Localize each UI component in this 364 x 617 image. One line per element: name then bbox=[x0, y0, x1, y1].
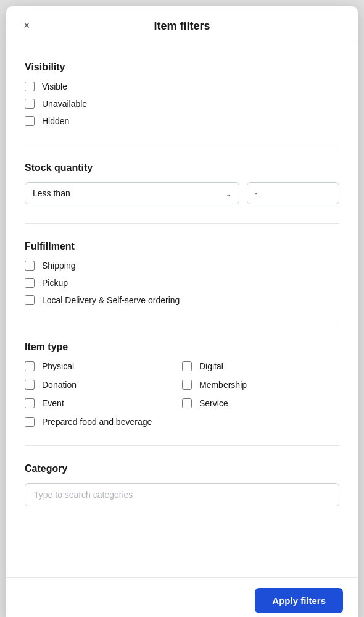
fulfillment-shipping[interactable]: Shipping bbox=[25, 261, 339, 271]
prepared-food-label: Prepared food and beverage bbox=[42, 417, 152, 427]
pickup-label: Pickup bbox=[42, 278, 68, 288]
fulfillment-section: Fulfillment Shipping Pickup Local Delive… bbox=[25, 241, 339, 305]
prepared-food-checkbox[interactable] bbox=[25, 417, 35, 427]
modal-title: Item filters bbox=[154, 20, 210, 33]
stock-row: Less than Greater than Equal to ⌄ bbox=[25, 182, 339, 204]
itemtype-prepared-food[interactable]: Prepared food and beverage bbox=[25, 417, 339, 427]
event-label: Event bbox=[42, 398, 64, 408]
visible-label: Visible bbox=[42, 82, 67, 91]
physical-checkbox[interactable] bbox=[25, 361, 35, 371]
fulfillment-local-delivery[interactable]: Local Delivery & Self-serve ordering bbox=[25, 295, 339, 305]
item-type-col2: Digital Membership Service bbox=[182, 361, 339, 417]
itemtype-event[interactable]: Event bbox=[25, 398, 182, 408]
digital-label: Digital bbox=[199, 361, 223, 371]
donation-label: Donation bbox=[42, 380, 77, 390]
fulfillment-title: Fulfillment bbox=[25, 241, 339, 252]
itemtype-physical[interactable]: Physical bbox=[25, 361, 182, 371]
physical-label: Physical bbox=[42, 361, 74, 371]
unavailable-checkbox[interactable] bbox=[25, 99, 35, 109]
visible-checkbox[interactable] bbox=[25, 82, 35, 91]
visibility-unavailable[interactable]: Unavailable bbox=[25, 99, 339, 109]
item-type-section: Item type Physical Donation Event bbox=[25, 342, 339, 427]
stock-quantity-section: Stock quantity Less than Greater than Eq… bbox=[25, 162, 339, 204]
unavailable-label: Unavailable bbox=[42, 99, 87, 109]
service-label: Service bbox=[199, 398, 228, 408]
visibility-section: Visibility Visible Unavailable Hidden bbox=[25, 62, 339, 126]
item-type-col1: Physical Donation Event bbox=[25, 361, 182, 417]
divider-1 bbox=[25, 145, 339, 145]
divider-4 bbox=[25, 445, 339, 446]
event-checkbox[interactable] bbox=[25, 398, 35, 408]
local-delivery-checkbox[interactable] bbox=[25, 295, 35, 305]
itemtype-donation[interactable]: Donation bbox=[25, 380, 182, 390]
divider-3 bbox=[25, 324, 339, 324]
visibility-title: Visibility bbox=[25, 62, 339, 73]
close-button[interactable]: × bbox=[20, 17, 34, 33]
modal-footer: Apply filters bbox=[6, 577, 358, 617]
donation-checkbox[interactable] bbox=[25, 380, 35, 390]
hidden-label: Hidden bbox=[42, 116, 69, 126]
stock-quantity-select[interactable]: Less than Greater than Equal to bbox=[25, 182, 239, 204]
category-section: Category bbox=[25, 463, 339, 506]
pickup-checkbox[interactable] bbox=[25, 278, 35, 288]
shipping-label: Shipping bbox=[42, 261, 76, 271]
category-title: Category bbox=[25, 463, 339, 474]
itemtype-service[interactable]: Service bbox=[182, 398, 339, 408]
stock-quantity-title: Stock quantity bbox=[25, 162, 339, 174]
membership-checkbox[interactable] bbox=[182, 380, 192, 390]
divider-2 bbox=[25, 223, 339, 224]
modal-header: × Item filters bbox=[6, 6, 358, 44]
modal-body: Visibility Visible Unavailable Hidden St… bbox=[6, 44, 358, 577]
hidden-checkbox[interactable] bbox=[25, 116, 35, 126]
shipping-checkbox[interactable] bbox=[25, 261, 35, 271]
visibility-visible[interactable]: Visible bbox=[25, 82, 339, 91]
itemtype-membership[interactable]: Membership bbox=[182, 380, 339, 390]
local-delivery-label: Local Delivery & Self-serve ordering bbox=[42, 295, 180, 305]
service-checkbox[interactable] bbox=[182, 398, 192, 408]
itemtype-digital[interactable]: Digital bbox=[182, 361, 339, 371]
item-type-title: Item type bbox=[25, 342, 339, 353]
item-filters-modal: × Item filters Visibility Visible Unavai… bbox=[6, 6, 358, 617]
membership-label: Membership bbox=[199, 380, 247, 390]
category-search-input[interactable] bbox=[25, 483, 339, 506]
item-type-grid: Physical Donation Event Digital bbox=[25, 361, 339, 417]
digital-checkbox[interactable] bbox=[182, 361, 192, 371]
apply-filters-button[interactable]: Apply filters bbox=[255, 588, 343, 613]
visibility-hidden[interactable]: Hidden bbox=[25, 116, 339, 126]
stock-select-wrapper: Less than Greater than Equal to ⌄ bbox=[25, 182, 239, 204]
stock-quantity-input[interactable] bbox=[247, 182, 339, 204]
fulfillment-pickup[interactable]: Pickup bbox=[25, 278, 339, 288]
